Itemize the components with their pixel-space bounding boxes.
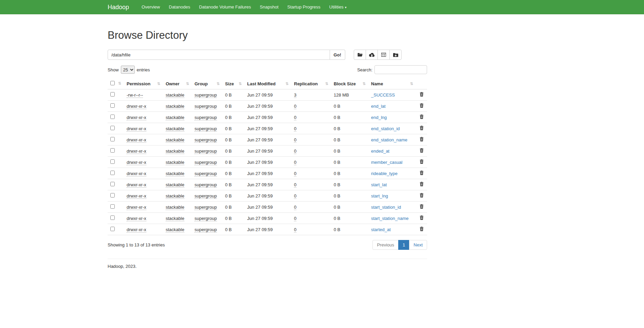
- header-size[interactable]: Size ⇅: [222, 78, 244, 89]
- file-name-link[interactable]: _SUCCESS: [371, 92, 395, 98]
- table-view-button[interactable]: [378, 50, 390, 60]
- row-checkbox[interactable]: [110, 92, 115, 97]
- pagination-page-1[interactable]: 1: [398, 240, 409, 250]
- delete-button[interactable]: [420, 92, 424, 97]
- row-checkbox[interactable]: [110, 115, 115, 119]
- pagination-next[interactable]: Next: [409, 240, 427, 250]
- delete-button[interactable]: [420, 137, 424, 141]
- file-name-link[interactable]: end_station_name: [371, 137, 407, 142]
- row-checkbox[interactable]: [110, 148, 115, 153]
- file-name-link[interactable]: started_at: [371, 227, 391, 232]
- navbar: Hadoop Overview Datanodes Datanode Volum…: [0, 0, 644, 14]
- table-row: drwxr-xr-x stackable supergroup 0 B Jun …: [108, 179, 427, 190]
- table-row: drwxr-xr-x stackable supergroup 0 B Jun …: [108, 213, 427, 224]
- delete-button[interactable]: [420, 182, 424, 186]
- pagination-previous[interactable]: Previous: [372, 240, 399, 250]
- row-checkbox[interactable]: [110, 204, 115, 209]
- row-checkbox[interactable]: [110, 182, 115, 186]
- nav-item-snapshot[interactable]: Snapshot: [255, 0, 283, 15]
- permission-cell: drwxr-xr-x: [127, 216, 146, 221]
- size-cell: 0 B: [225, 205, 232, 210]
- delete-button[interactable]: [420, 204, 424, 209]
- replication-cell: 0: [294, 104, 296, 109]
- nav-item-utilities-label: Utilities: [329, 4, 344, 10]
- table-row: drwxr-xr-x stackable supergroup 0 B Jun …: [108, 112, 427, 123]
- file-name-link[interactable]: start_lat: [371, 182, 387, 187]
- header-last-modified[interactable]: Last Modified ⇅: [244, 78, 291, 89]
- header-permission[interactable]: Permission ⇅: [124, 78, 163, 89]
- replication-cell: 0: [294, 193, 296, 199]
- header-group[interactable]: Group ⇅: [192, 78, 222, 89]
- directory-path-input[interactable]: [108, 50, 330, 60]
- size-cell: 0 B: [225, 137, 232, 142]
- file-name-link[interactable]: start_lng: [371, 193, 388, 198]
- header-name[interactable]: Name ⇅: [368, 78, 416, 89]
- nav-item-utilities-dropdown[interactable]: Utilities▾: [325, 0, 351, 15]
- delete-button[interactable]: [420, 193, 424, 197]
- nav-item-startup-progress[interactable]: Startup Progress: [283, 0, 325, 15]
- row-checkbox[interactable]: [110, 159, 115, 164]
- page-size-select[interactable]: 25: [121, 66, 135, 74]
- file-name-link[interactable]: rideable_type: [371, 171, 398, 176]
- delete-button[interactable]: [420, 227, 424, 231]
- header-actions: [416, 78, 427, 89]
- file-name-link[interactable]: member_casual: [371, 160, 403, 165]
- delete-button[interactable]: [420, 171, 424, 175]
- nav-item-datanode-volume-failures[interactable]: Datanode Volume Failures: [195, 0, 255, 15]
- header-block-size[interactable]: Block Size ⇅: [331, 78, 368, 89]
- row-checkbox[interactable]: [110, 227, 115, 231]
- caret-down-icon: ▾: [345, 5, 347, 9]
- header-select-all[interactable]: ⇅: [108, 78, 124, 89]
- row-checkbox[interactable]: [110, 193, 115, 197]
- go-button[interactable]: Go!: [330, 50, 345, 60]
- trash-icon: [420, 159, 424, 164]
- header-replication[interactable]: Replication ⇅: [291, 78, 331, 89]
- trash-icon: [420, 193, 424, 197]
- size-cell: 0 B: [225, 171, 232, 176]
- sort-icon: ⇅: [118, 81, 121, 86]
- table-row: drwxr-xr-x stackable supergroup 0 B Jun …: [108, 202, 427, 213]
- table-row: drwxr-xr-x stackable supergroup 0 B Jun …: [108, 123, 427, 134]
- file-name-link[interactable]: end_station_id: [371, 126, 400, 131]
- sort-icon: ⇅: [286, 81, 289, 86]
- replication-cell: 0: [294, 227, 296, 232]
- delete-button[interactable]: [420, 126, 424, 130]
- size-cell: 0 B: [225, 92, 232, 98]
- size-cell: 0 B: [225, 216, 232, 221]
- file-name-link[interactable]: end_lng: [371, 115, 387, 120]
- last-modified-cell: Jun 27 09:59: [247, 149, 273, 154]
- create-directory-button[interactable]: [389, 50, 402, 60]
- row-checkbox[interactable]: [110, 137, 115, 141]
- header-owner[interactable]: Owner ⇅: [163, 78, 192, 89]
- sort-icon: ⇅: [325, 81, 328, 86]
- row-checkbox[interactable]: [110, 171, 115, 175]
- brand-hadoop[interactable]: Hadoop: [108, 0, 129, 14]
- nav-item-datanodes[interactable]: Datanodes: [164, 0, 195, 15]
- group-cell: supergroup: [195, 171, 217, 176]
- row-checkbox[interactable]: [110, 215, 115, 220]
- search-input[interactable]: [374, 65, 427, 74]
- delete-button[interactable]: [420, 148, 424, 153]
- row-checkbox[interactable]: [110, 103, 115, 108]
- select-all-checkbox[interactable]: [110, 81, 115, 85]
- replication-cell: 0: [294, 126, 296, 132]
- delete-button[interactable]: [420, 115, 424, 119]
- upload-file-button[interactable]: [366, 50, 378, 60]
- group-cell: supergroup: [195, 104, 217, 109]
- delete-button[interactable]: [420, 215, 424, 220]
- table-row: drwxr-xr-x stackable supergroup 0 B Jun …: [108, 145, 427, 157]
- delete-button[interactable]: [420, 159, 424, 164]
- file-name-link[interactable]: end_lat: [371, 104, 386, 109]
- nav-item-overview[interactable]: Overview: [137, 0, 164, 15]
- owner-cell: stackable: [166, 216, 184, 221]
- file-name-link[interactable]: start_station_id: [371, 205, 401, 210]
- row-checkbox[interactable]: [110, 126, 115, 130]
- file-name-link[interactable]: start_station_name: [371, 216, 409, 221]
- size-cell: 0 B: [225, 227, 232, 232]
- size-cell: 0 B: [225, 182, 232, 187]
- replication-cell: 0: [294, 115, 296, 120]
- delete-button[interactable]: [420, 103, 424, 108]
- file-name-link[interactable]: ended_at: [371, 149, 389, 154]
- open-folder-button[interactable]: [354, 50, 366, 60]
- entries-summary: Showing 1 to 13 of 13 entries: [108, 242, 165, 247]
